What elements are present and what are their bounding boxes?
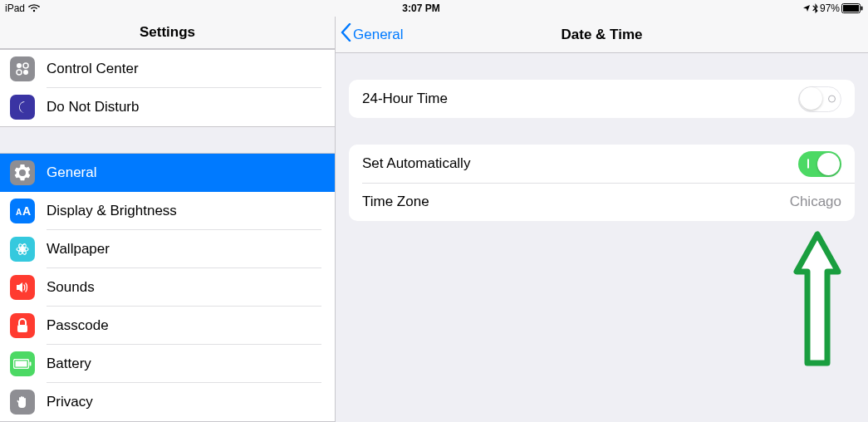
sidebar-item-sounds[interactable]: Sounds [0, 268, 335, 307]
status-time: 3:07 PM [40, 2, 802, 14]
row-24hour[interactable]: 24-Hour Time [349, 80, 855, 118]
sidebar-item-label: Do Not Disturb [47, 99, 139, 115]
sidebar-item-passcode[interactable]: Passcode [0, 307, 335, 345]
sidebar-title: Settings [140, 24, 195, 41]
device-name: iPad [5, 2, 25, 14]
text-size-icon: AA [10, 199, 35, 223]
row-label: Set Automatically [362, 155, 798, 172]
section-auto-tz: Set Automatically Time Zone Chicago [349, 145, 855, 221]
sidebar-item-wallpaper[interactable]: Wallpaper [0, 230, 335, 268]
chevron-left-icon [341, 23, 351, 46]
sidebar-item-label: General [47, 164, 96, 181]
moon-icon [10, 95, 35, 120]
sidebar-item-label: Sounds [47, 279, 95, 296]
section-24hour: 24-Hour Time [349, 80, 855, 118]
toggle-24hour[interactable] [798, 86, 841, 112]
sidebar-item-label: Control Center [47, 61, 139, 77]
sidebar-item-control-center[interactable]: Control Center [0, 50, 335, 88]
sidebar-group-2: GeneralAADisplay & BrightnessWallpaperSo… [0, 153, 335, 422]
svg-point-6 [23, 70, 28, 75]
sidebar-header: Settings [0, 17, 335, 49]
row-timezone[interactable]: Time Zone Chicago [349, 183, 855, 221]
gear-icon [10, 160, 35, 185]
timezone-value: Chicago [790, 194, 841, 210]
row-set-automatically[interactable]: Set Automatically [349, 145, 855, 183]
detail-header: General Date & Time [336, 17, 868, 53]
sidebar-group-1: Control CenterDo Not Disturb [0, 49, 335, 127]
svg-rect-15 [16, 361, 27, 367]
row-label: Time Zone [362, 194, 790, 210]
battery-icon [10, 351, 35, 376]
sidebar-item-label: Wallpaper [47, 241, 110, 258]
svg-point-4 [23, 63, 28, 68]
sidebar-item-dnd[interactable]: Do Not Disturb [0, 88, 335, 126]
speaker-icon [10, 275, 35, 300]
sidebar-item-label: Privacy [47, 394, 93, 410]
back-button[interactable]: General [336, 23, 403, 46]
sidebar-item-label: Battery [47, 356, 91, 372]
sidebar-item-display[interactable]: AADisplay & Brightness [0, 192, 335, 230]
svg-rect-1 [843, 5, 859, 12]
page-title: Date & Time [336, 27, 868, 43]
svg-point-3 [17, 63, 22, 68]
battery-icon [841, 3, 863, 13]
sidebar-item-general[interactable]: General [0, 154, 335, 192]
bluetooth-icon [812, 3, 818, 13]
flower-icon [10, 237, 35, 262]
detail-pane: General Date & Time 24-Hour Time Set Aut… [336, 17, 868, 422]
control-center-icon [10, 56, 35, 81]
toggle-set-automatically[interactable] [798, 151, 841, 177]
svg-rect-13 [17, 325, 27, 332]
sidebar-item-label: Display & Brightness [47, 203, 177, 219]
location-icon [802, 4, 811, 12]
sidebar-item-battery[interactable]: Battery [0, 345, 335, 383]
svg-text:A: A [22, 204, 31, 218]
svg-rect-2 [861, 7, 863, 11]
sidebar-item-privacy[interactable]: Privacy [0, 383, 335, 421]
back-label: General [353, 27, 403, 43]
status-bar: iPad 3:07 PM 97% [0, 0, 868, 17]
annotation-arrow [788, 226, 846, 375]
sidebar-item-label: Passcode [47, 317, 109, 334]
svg-rect-16 [30, 362, 32, 366]
battery-percentage: 97% [820, 2, 840, 14]
row-label: 24-Hour Time [362, 91, 798, 107]
svg-text:A: A [16, 208, 22, 217]
lock-icon [10, 313, 35, 338]
settings-sidebar: Settings Control CenterDo Not Disturb Ge… [0, 17, 336, 422]
wifi-icon [28, 4, 40, 12]
hand-icon [10, 390, 35, 415]
svg-point-5 [17, 70, 22, 75]
